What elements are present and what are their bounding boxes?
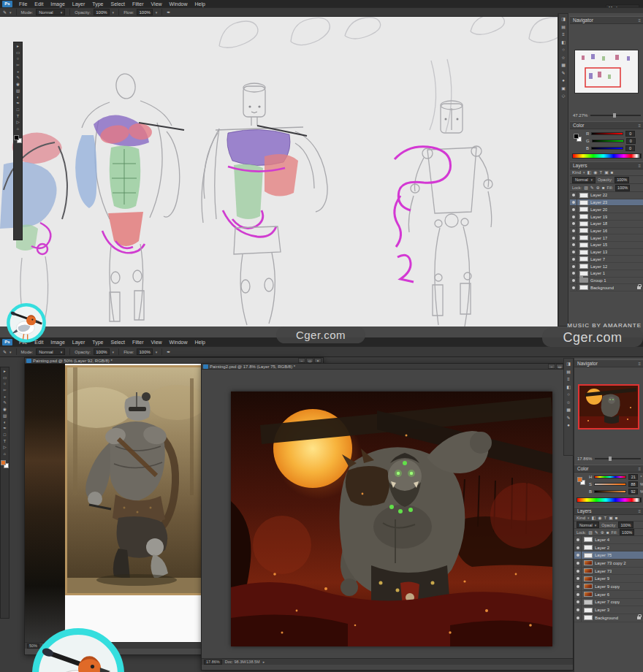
status-arrow-icon[interactable]: ▸ [263,660,265,664]
background-layer-row[interactable]: Background [570,284,643,291]
layer-row[interactable]: Layer 73 [574,568,643,576]
visibility-eye-icon[interactable] [571,234,577,241]
layer-thumbnail[interactable] [584,545,593,550]
layers-panel-tab[interactable]: Layers ≡ [574,507,643,515]
clone-stamp-tool-icon[interactable]: ◉ [16,83,20,87]
restore-button[interactable]: ▭ [306,358,313,363]
visibility-eye-icon[interactable] [571,242,577,248]
menu-edit[interactable]: Edit [31,1,47,7]
layer-thumbnail[interactable] [584,560,593,565]
menu-view[interactable]: View [148,1,166,7]
crop-tool-icon[interactable]: ✂ [16,64,20,68]
foreground-background-swatches[interactable] [1,460,9,468]
doc2-zoom-readout[interactable]: 17.86% [204,660,222,665]
layer-thumbnail[interactable] [579,214,588,219]
navigator-thumbnail[interactable] [574,50,639,93]
color-panel-swatches[interactable] [577,477,585,485]
visibility-eye-icon[interactable] [575,599,582,606]
chevron-down-icon[interactable]: ▾ [156,10,158,15]
channels-panel-icon[interactable]: ▦ [566,408,571,412]
favorites-panel-icon[interactable]: ☆ [566,400,570,405]
layer-row[interactable]: Layer 9 copy [574,583,643,591]
layer-thumbnail[interactable] [584,553,593,558]
color-spectrum-ramp[interactable] [577,497,642,503]
foreground-background-swatches[interactable] [14,135,22,143]
layers-panel-tab[interactable]: Layers ≡ [570,161,643,169]
filter-adjustment-icon[interactable]: ◉ [593,170,597,175]
menu-layer[interactable]: Layer [69,340,89,345]
green-channel-slider[interactable] [592,140,624,142]
foreground-color-swatch[interactable] [577,477,582,482]
visibility-eye-icon[interactable] [571,249,577,256]
layer-thumbnail[interactable] [579,221,588,226]
layer-thumbnail[interactable] [584,584,593,589]
chevron-down-icon[interactable]: ▾ [587,516,590,520]
visibility-eye-icon[interactable] [575,614,582,622]
layer-thumbnail[interactable] [579,193,588,198]
menu-window[interactable]: Window [166,1,191,7]
visibility-eye-icon[interactable] [571,213,577,220]
layer-row[interactable]: Layer 12 [570,263,643,270]
navigator-thumbnail[interactable] [578,384,639,429]
filter-type-icon[interactable]: T [599,170,602,175]
layer-row[interactable]: Layer 22 [570,192,643,199]
gradient-tool-icon[interactable]: ◐ [4,421,6,425]
layers-blend-mode-dropdown[interactable]: Normal▾ [577,522,599,528]
chevron-down-icon[interactable]: ▾ [113,350,115,354]
visibility-eye-icon[interactable] [571,270,577,277]
color-spectrum-ramp[interactable] [572,153,642,159]
visibility-eye-icon[interactable] [571,206,577,213]
visibility-eye-icon[interactable] [571,278,577,284]
styles-panel-icon[interactable]: ◧ [561,40,566,45]
filter-shape-icon[interactable]: ▣ [609,516,613,520]
hue-value[interactable]: 21 [628,474,638,480]
hand-tool-icon[interactable]: ⌂ [4,452,6,457]
eyedropper-tool-icon[interactable]: + [17,70,19,75]
restore-button[interactable]: ▭ [556,364,563,369]
path-select-tool-icon[interactable]: ▷ [16,121,19,125]
color-panel-tab[interactable]: Color ≡ [574,465,643,473]
menu-type[interactable]: Type [88,1,107,7]
airbrush-icon[interactable]: ✒ [167,10,170,15]
visibility-eye-icon[interactable] [575,591,582,598]
layer-row[interactable]: Layer 18 [570,221,643,228]
lock-transparency-icon[interactable]: ▨ [584,186,588,190]
color-panel-tab[interactable]: Color ≡ [570,121,643,129]
clone-source-panel-icon[interactable]: ● [562,78,565,83]
lock-pixels-icon[interactable]: ✎ [590,186,594,190]
adjustments-panel-icon[interactable]: ≡ [567,377,570,381]
brush-tool-icon[interactable]: ✎ [3,350,7,354]
lock-all-icon[interactable]: ■ [606,530,609,535]
menu-image[interactable]: Image [47,1,68,7]
path-select-tool-icon[interactable]: ▷ [3,446,6,450]
chevron-down-icon[interactable]: ▾ [113,10,115,15]
brush-tool-icon[interactable]: ✎ [3,401,7,405]
visibility-eye-icon[interactable] [571,192,577,199]
visibility-eye-icon[interactable] [575,536,582,543]
menu-help[interactable]: Help [191,340,209,345]
navigator-panel-tab[interactable]: Navigator ≡ [570,16,643,24]
layers-opacity-value[interactable]: 100% [615,177,629,183]
navigator-zoom-value[interactable]: 47.27% [573,113,587,118]
type-tool-icon[interactable]: T [17,115,19,119]
navigator-zoom-slider[interactable] [590,115,641,116]
menu-select[interactable]: Select [107,340,129,345]
filter-pixel-icon[interactable]: ◧ [587,170,592,175]
properties-panel-icon[interactable]: ▤ [566,370,571,374]
visibility-eye-icon[interactable] [571,221,577,227]
layer-thumbnail[interactable] [579,285,588,290]
visibility-eye-icon[interactable] [575,575,582,582]
move-tool-icon[interactable]: ▸ [4,370,6,374]
info-panel-icon[interactable]: ○ [567,392,570,397]
layer-thumbnail[interactable] [584,615,593,620]
crop-tool-icon[interactable]: ✂ [3,389,7,393]
menu-select[interactable]: Select [107,1,129,7]
close-button[interactable]: × [314,358,322,363]
clone-stamp-tool-icon[interactable]: ◉ [3,408,7,412]
eraser-tool-icon[interactable]: ▤ [16,89,20,93]
sketch-canvas[interactable] [0,17,643,327]
layer-thumbnail[interactable] [579,250,588,255]
red-channel-slider[interactable] [591,132,623,135]
brush-panel-icon[interactable]: ✎ [561,71,565,75]
blend-mode-dropdown[interactable]: Normal▾ [36,348,65,355]
